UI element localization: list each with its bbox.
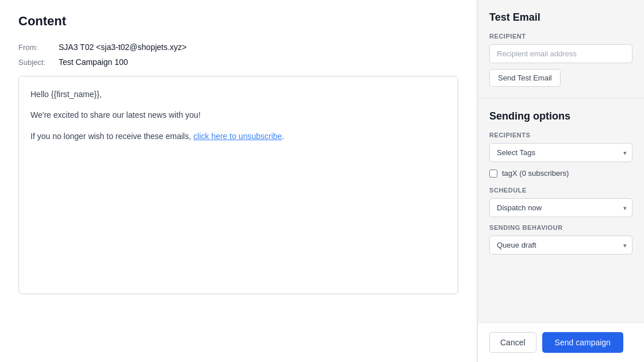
test-email-title: Test Email: [489, 11, 632, 24]
email-body: Hello {{first_name}}, We're excited to s…: [18, 76, 458, 294]
email-line-2: We're excited to share our latest news w…: [30, 109, 446, 121]
subject-label: Subject:: [18, 58, 59, 67]
email-line-1: Hello {{first_name}},: [30, 88, 446, 101]
sending-options-title: Sending options: [489, 110, 632, 122]
tagx-checkbox[interactable]: [489, 170, 497, 178]
email-line-3-suffix: .: [282, 132, 284, 141]
test-email-section: Test Email RECIPIENT Send Test Email: [478, 0, 644, 99]
footer-buttons: Cancel Send campaign: [478, 322, 644, 362]
from-value: SJA3 T02 <sja3-t02@shopjets.xyz>: [59, 43, 187, 52]
sending-options-section: Sending options RECIPIENTS Select Tags ▾…: [478, 99, 644, 322]
tagx-checkbox-row: tagX (0 subscribers): [489, 169, 632, 178]
subject-row: Subject: Test Campaign 100: [18, 57, 458, 67]
sidebar-panel: Test Email RECIPIENT Send Test Email Sen…: [477, 0, 644, 362]
select-tags-dropdown[interactable]: Select Tags: [489, 143, 632, 162]
recipients-label: RECIPIENTS: [489, 132, 632, 138]
cancel-button[interactable]: Cancel: [489, 332, 536, 353]
sending-behaviour-label: SENDING BEHAVIOUR: [489, 224, 632, 231]
from-row: From: SJA3 T02 <sja3-t02@shopjets.xyz>: [18, 43, 458, 52]
content-panel: Content From: SJA3 T02 <sja3-t02@shopjet…: [0, 0, 477, 362]
schedule-dropdown[interactable]: Dispatch now: [489, 198, 632, 217]
subject-value: Test Campaign 100: [59, 57, 128, 67]
page-title: Content: [18, 14, 458, 29]
email-line-3: If you no longer wish to receive these e…: [30, 130, 446, 143]
sending-behaviour-dropdown[interactable]: Queue draft: [489, 236, 632, 255]
schedule-wrapper: Dispatch now ▾: [489, 198, 632, 217]
schedule-label: SCHEDULE: [489, 187, 632, 194]
unsubscribe-link[interactable]: click here to unsubscribe: [193, 132, 282, 141]
tagx-label: tagX (0 subscribers): [502, 169, 569, 178]
from-label: From:: [18, 43, 59, 52]
send-test-email-button[interactable]: Send Test Email: [489, 69, 561, 87]
recipient-input[interactable]: [489, 44, 632, 63]
select-tags-wrapper: Select Tags ▾: [489, 143, 632, 162]
email-line-3-prefix: If you no longer wish to receive these e…: [30, 132, 193, 141]
send-campaign-button[interactable]: Send campaign: [542, 332, 623, 353]
sending-behaviour-wrapper: Queue draft ▾: [489, 236, 632, 255]
recipient-label: RECIPIENT: [489, 33, 632, 40]
